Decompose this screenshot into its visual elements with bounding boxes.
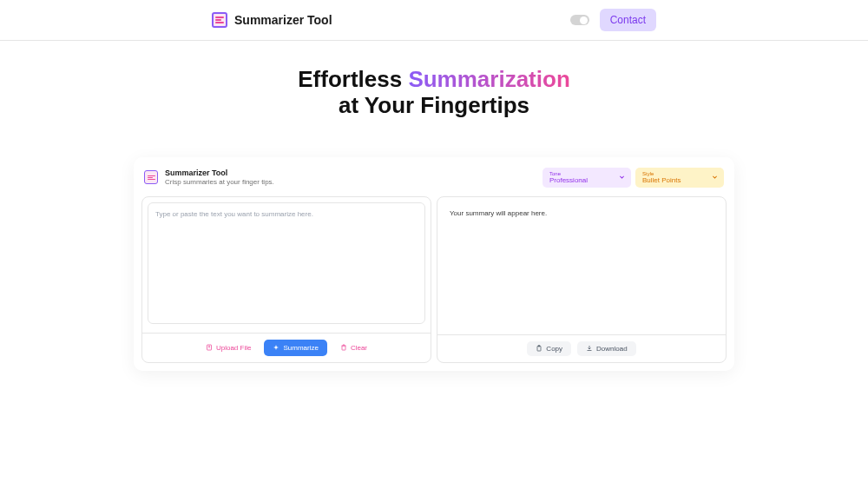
copy-button[interactable]: Copy: [527, 341, 571, 356]
clear-label: Clear: [351, 344, 367, 352]
upload-file-button[interactable]: Upload File: [199, 340, 258, 355]
panels: Upload File Summarize Clear Your summary…: [141, 196, 727, 363]
main: Effortless Summarization at Your Fingert…: [0, 41, 868, 371]
clipboard-icon: [536, 345, 542, 352]
input-textarea[interactable]: [148, 202, 425, 324]
hero-line1-pre: Effortless: [298, 66, 408, 92]
tool-subtitle: Crisp summaries at your finger tips.: [165, 178, 274, 186]
tool-title: Summarizer Tool: [165, 169, 274, 177]
tool-header-left: Summarizer Tool Crisp summaries at your …: [144, 169, 274, 186]
input-panel: Upload File Summarize Clear: [141, 196, 431, 363]
copy-label: Copy: [546, 345, 562, 353]
output-actions: Copy Download: [437, 334, 726, 362]
trash-icon: [340, 344, 347, 351]
hero-accent: Summarization: [408, 66, 569, 92]
summarize-button[interactable]: Summarize: [264, 340, 326, 356]
dropdowns: Tone Professional Style Bullet Points: [542, 168, 724, 188]
style-value: Bullet Points: [642, 176, 707, 184]
output-placeholder: Your summary will appear here.: [450, 209, 713, 217]
input-actions: Upload File Summarize Clear: [142, 333, 431, 362]
tool-header: Summarizer Tool Crisp summaries at your …: [141, 165, 727, 196]
input-area: [142, 197, 431, 333]
header: Summarizer Tool Contact: [0, 0, 868, 41]
svg-rect-3: [342, 346, 345, 350]
header-right: Contact: [570, 9, 656, 31]
hero-title: Effortless Summarization at Your Fingert…: [134, 67, 734, 119]
app-logo-icon: [212, 12, 227, 28]
upload-label: Upload File: [216, 344, 251, 352]
output-panel: Your summary will appear here. Copy Down…: [437, 196, 727, 363]
header-left: Summarizer Tool: [212, 12, 332, 28]
download-label: Download: [596, 345, 628, 353]
tone-dropdown[interactable]: Tone Professional: [542, 168, 631, 188]
clear-button[interactable]: Clear: [333, 340, 374, 355]
tone-value: Professional: [549, 176, 614, 184]
theme-toggle[interactable]: [570, 15, 589, 25]
tool-card: Summarizer Tool Crisp summaries at your …: [134, 157, 734, 371]
tool-logo-icon: [144, 170, 158, 184]
output-area: Your summary will appear here.: [437, 197, 726, 334]
download-button[interactable]: Download: [577, 341, 636, 356]
style-dropdown[interactable]: Style Bullet Points: [635, 168, 724, 188]
chevron-down-icon: [619, 175, 625, 181]
download-icon: [586, 345, 593, 352]
hero-line2: at Your Fingertips: [339, 92, 529, 118]
brand-name: Summarizer Tool: [234, 13, 332, 27]
summarize-label: Summarize: [283, 344, 318, 352]
sparkle-icon: [273, 344, 279, 351]
upload-icon: [206, 344, 213, 351]
chevron-down-icon: [712, 175, 718, 181]
toggle-thumb: [580, 17, 588, 24]
contact-button[interactable]: Contact: [600, 9, 656, 31]
